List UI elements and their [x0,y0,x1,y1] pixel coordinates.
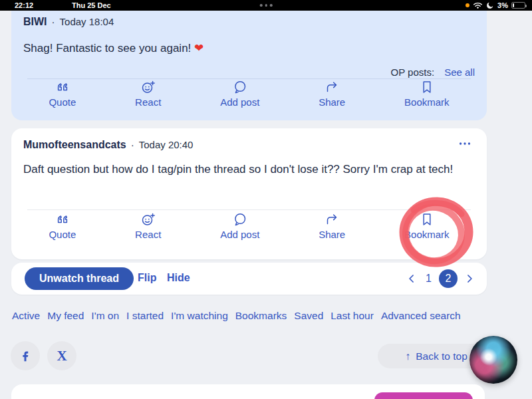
page-1-link[interactable]: 1 [424,273,434,285]
share-button[interactable]: Share [319,211,345,259]
action-label: Quote [49,96,76,108]
facebook-icon [18,348,33,363]
post-timestamp: Today 18:04 [60,16,114,27]
quick-links-nav: Active My feed I'm on I started I'm watc… [12,310,524,322]
quote-button[interactable]: Quote [49,211,76,259]
link-active[interactable]: Active [12,310,40,322]
add-post-button[interactable]: Add post [220,79,259,120]
action-label: Share [319,229,345,240]
quote-icon [55,211,70,227]
op-posts-label: OP posts: [391,66,435,78]
back-to-top-label: Back to top [416,350,467,362]
page-2-current[interactable]: 2 [439,269,458,288]
action-label: Add post [220,96,259,108]
action-label: Bookmark [404,96,450,108]
action-label: React [135,96,161,108]
action-label: Quote [49,229,76,240]
do-not-disturb-moon-icon [486,1,494,9]
bookmark-icon [419,211,435,227]
x-logo-icon: X [57,348,66,364]
hide-link[interactable]: Hide [167,272,190,284]
post-text: Daft question but how do I tag/pin the t… [23,163,453,176]
react-button[interactable]: React [135,211,161,259]
bookmark-icon [419,79,435,95]
link-bookmarks[interactable]: Bookmarks [235,310,287,322]
primary-action-button-partial[interactable] [374,392,473,399]
heart-emoji: ❤ [194,42,203,55]
x-share-button[interactable]: X [47,341,76,370]
post-card-op: BIWI · Today 18:04 Shag! Fantastic to se… [11,11,487,120]
more-options-button[interactable] [458,138,472,152]
meta-separator: · [52,16,55,27]
quote-icon [55,79,70,95]
share-button[interactable]: Share [319,79,345,120]
battery-icon [511,2,525,9]
status-date: Thu 25 Dec [72,1,111,9]
react-icon [140,79,156,95]
post-author[interactable]: BIWI [23,16,47,28]
meta-separator: · [131,139,134,150]
action-label: React [135,229,161,240]
bookmark-button-circled[interactable]: Bookmark [404,211,450,259]
wifi-icon [473,2,483,9]
add-post-icon [232,79,248,95]
post-card: Mumofteensandcats · Today 20:40 Daft que… [11,128,487,259]
share-icon [324,211,340,227]
clock: 22:12 [15,1,33,9]
link-advanced-search[interactable]: Advanced search [381,310,461,322]
action-label: Bookmark [404,229,450,240]
link-i-started[interactable]: I started [126,310,164,322]
add-post-icon [232,211,248,227]
action-label: Add post [220,229,259,240]
bookmark-button[interactable]: Bookmark [404,79,450,120]
chevron-right-icon[interactable] [463,272,476,285]
link-last-hour[interactable]: Last hour [331,310,374,322]
link-saved[interactable]: Saved [294,310,323,322]
post-timestamp: Today 20:40 [139,139,194,150]
battery-percent: 3% [497,1,508,9]
pagination: 1 2 [405,263,476,295]
link-my-feed[interactable]: My feed [47,310,84,322]
ellipsis-icon [458,138,472,150]
divider [27,209,471,210]
see-all-link[interactable]: See all [444,66,475,78]
status-bar: 22:12 Thu 25 Dec 3% [0,0,532,11]
forum-thread-screen: 22:12 Thu 25 Dec 3% BIWI · Today 18:04 S… [0,0,532,399]
share-icon [324,79,340,95]
post-author[interactable]: Mumofteensandcats [23,139,126,151]
post-text: Shag! Fantastic to see you again! [23,42,191,55]
up-arrow-icon: ↑ [405,350,410,362]
unwatch-thread-button[interactable]: Unwatch thread [25,267,134,290]
action-label: Share [319,96,345,108]
react-icon [140,211,156,227]
siri-orb-icon[interactable] [469,336,517,384]
react-button[interactable]: React [135,79,161,120]
link-im-watching[interactable]: I'm watching [171,310,228,322]
link-im-on[interactable]: I'm on [91,310,119,322]
chevron-left-icon[interactable] [405,272,418,285]
quote-button[interactable]: Quote [49,79,76,120]
add-post-button[interactable]: Add post [220,211,259,259]
flip-link[interactable]: Flip [138,272,156,284]
facebook-share-button[interactable] [11,341,40,370]
mic-active-icon [466,3,469,7]
multitasking-indicator-icon[interactable] [260,4,273,7]
thread-controls-bar: Unwatch thread Flip Hide 1 2 [11,263,487,295]
